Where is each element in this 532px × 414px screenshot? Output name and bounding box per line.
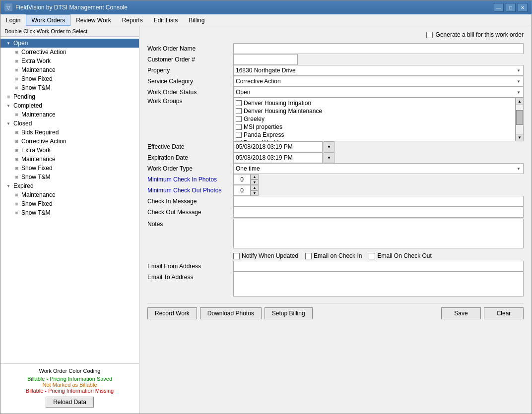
- menu-work-orders[interactable]: Work Orders: [26, 14, 70, 26]
- tree-label-extra-2: Extra Work: [20, 147, 51, 154]
- min-checkout-photos-row: Minimum Check Out Photos ▲ ▼: [147, 185, 524, 196]
- effective-date-control: [233, 141, 524, 152]
- tree-label-maint-comp: Maintenance: [20, 111, 56, 118]
- menu-login[interactable]: Login: [0, 14, 26, 26]
- wg-checkbox-2[interactable]: [236, 116, 242, 122]
- tree-node-maintenance-2[interactable]: ⊞ Maintenance: [0, 155, 139, 164]
- restore-button[interactable]: □: [506, 3, 516, 12]
- close-button[interactable]: ✕: [518, 3, 528, 12]
- tree-node-closed[interactable]: ▼ Closed: [0, 119, 139, 128]
- tree-label-snowtm-exp: Snow T&M: [20, 209, 50, 216]
- tree-node-snow-tm-2[interactable]: ⊞ Snow T&M: [0, 173, 139, 181]
- notes-textarea[interactable]: [233, 219, 524, 248]
- email-to-textarea[interactable]: [233, 272, 524, 296]
- wg-item-1: Denver Housing Maintenance: [235, 107, 514, 115]
- tree-label-bids: Bids Required: [20, 129, 59, 136]
- work-groups-label: Work Groups: [147, 98, 229, 105]
- clear-button[interactable]: Clear: [484, 307, 524, 319]
- tree-label-snowf-exp: Snow Fixed: [20, 200, 53, 207]
- work-groups-scrollbar[interactable]: ▲ ▼: [516, 98, 524, 141]
- expander-snowf-exp: ⊞: [12, 200, 20, 208]
- service-category-select[interactable]: Corrective Action: [233, 76, 524, 87]
- app-icon: ▽: [4, 3, 12, 11]
- wg-checkbox-1[interactable]: [236, 108, 242, 114]
- tree-label-maint-1: Maintenance: [20, 66, 56, 73]
- work-order-status-select[interactable]: Open: [233, 87, 524, 98]
- tree-node-expired[interactable]: ▼ Expired: [0, 181, 139, 190]
- checkin-message-label: Check In Message: [147, 198, 229, 205]
- expiration-date-btn[interactable]: [324, 152, 334, 163]
- expander-corrective-1: ⊞: [12, 48, 20, 56]
- email-checkin-checkbox[interactable]: [305, 253, 312, 259]
- min-checkin-spinner-btns: ▲ ▼: [251, 174, 259, 185]
- expander-maint-1: ⊞: [12, 66, 20, 74]
- work-order-type-select[interactable]: One time: [233, 163, 524, 174]
- min-checkin-down[interactable]: ▼: [251, 179, 259, 185]
- tree-node-corrective-action-1[interactable]: ⊞ Corrective Action: [0, 48, 139, 57]
- setup-billing-button[interactable]: Setup Billing: [265, 307, 313, 319]
- window-controls: — □ ✕: [494, 3, 528, 12]
- tree-node-bids[interactable]: ⊞ Bids Required: [0, 128, 139, 137]
- tree-node-extra-work-1[interactable]: ⊞ Extra Work: [0, 57, 139, 65]
- tree-node-snow-fixed-1[interactable]: ⊞ Snow Fixed: [0, 74, 139, 83]
- expiration-date-input[interactable]: [233, 152, 323, 163]
- wg-checkbox-0[interactable]: [236, 100, 242, 106]
- wg-item-3: MSI properties: [235, 123, 514, 131]
- property-select[interactable]: 16830 Northgate Drive: [233, 65, 524, 76]
- tree-node-maintenance-comp[interactable]: ⊞ Maintenance: [0, 110, 139, 119]
- min-checkin-input[interactable]: [233, 174, 251, 185]
- min-checkout-down[interactable]: ▼: [251, 190, 259, 196]
- min-checkin-up[interactable]: ▲: [251, 174, 259, 179]
- email-checkout-checkbox[interactable]: [369, 253, 375, 259]
- save-button[interactable]: Save: [441, 307, 481, 319]
- checkout-message-control: [233, 207, 524, 218]
- tree-node-completed[interactable]: ▼ Completed: [0, 101, 139, 110]
- service-category-row: Service Category Corrective Action: [147, 76, 524, 87]
- expander-open: ▼: [4, 39, 12, 47]
- checkin-message-input[interactable]: [233, 196, 524, 207]
- tree-node-snow-fixed-2[interactable]: ⊞ Snow Fixed: [0, 164, 139, 173]
- menu-edit-lists[interactable]: Edit Lists: [148, 14, 184, 26]
- generate-bill-checkbox[interactable]: [426, 32, 433, 38]
- tree-node-maintenance-1[interactable]: ⊞ Maintenance: [0, 65, 139, 74]
- checkout-message-input[interactable]: [233, 207, 524, 218]
- tree-node-open[interactable]: ▼ Open: [0, 39, 139, 48]
- record-work-button[interactable]: Record Work: [147, 307, 197, 319]
- work-order-name-input[interactable]: [233, 43, 524, 54]
- work-order-name-label: Work Order Name: [147, 45, 229, 52]
- email-from-input[interactable]: [233, 261, 524, 272]
- wg-checkbox-3[interactable]: [236, 124, 242, 130]
- tree-node-pending[interactable]: ⊞ Pending: [0, 92, 139, 101]
- tree-node-snowf-exp[interactable]: ⊞ Snow Fixed: [0, 199, 139, 208]
- tree-label-open: Open: [12, 40, 28, 47]
- tree-label-expired: Expired: [12, 182, 34, 189]
- minimize-button[interactable]: —: [494, 3, 504, 12]
- min-checkout-up[interactable]: ▲: [251, 185, 259, 190]
- effective-date-input[interactable]: [233, 141, 323, 152]
- min-checkout-input[interactable]: [233, 185, 251, 196]
- scroll-down-btn[interactable]: ▼: [516, 134, 523, 141]
- menu-reports[interactable]: Reports: [117, 14, 148, 26]
- wg-checkbox-4[interactable]: [236, 132, 242, 138]
- scroll-up-btn[interactable]: ▲: [516, 98, 523, 105]
- tree-node-maint-exp[interactable]: ⊞ Maintenance: [0, 190, 139, 199]
- scroll-track: [516, 105, 523, 134]
- tree-node-snowtm-exp[interactable]: ⊞ Snow T&M: [0, 208, 139, 217]
- wg-label-4: Panda Express: [244, 131, 284, 138]
- tree-node-snow-tm-1[interactable]: ⊞ Snow T&M: [0, 83, 139, 92]
- tree-label-corrective-2: Corrective Action: [20, 138, 66, 145]
- expander-snowf-1: ⊞: [12, 75, 20, 83]
- wg-item-0: Denver Housing Irrigation: [235, 99, 514, 107]
- expander-snowtm-1: ⊞: [12, 84, 20, 92]
- notify-when-updated-checkbox[interactable]: [233, 253, 240, 259]
- menu-billing[interactable]: Billing: [183, 14, 210, 26]
- tree-node-extra-work-2[interactable]: ⊞ Extra Work: [0, 146, 139, 155]
- download-photos-button[interactable]: Download Photos: [200, 307, 262, 319]
- title-bar-left: ▽ FieldVision by DTSI Management Console: [4, 3, 128, 11]
- work-order-type-control: One time: [233, 163, 524, 174]
- reload-data-button[interactable]: Reload Data: [46, 397, 94, 408]
- effective-date-btn[interactable]: [324, 141, 334, 152]
- customer-order-input[interactable]: [233, 54, 298, 65]
- tree-node-corrective-2[interactable]: ⊞ Corrective Action: [0, 137, 139, 146]
- menu-review-work[interactable]: Review Work: [70, 14, 116, 26]
